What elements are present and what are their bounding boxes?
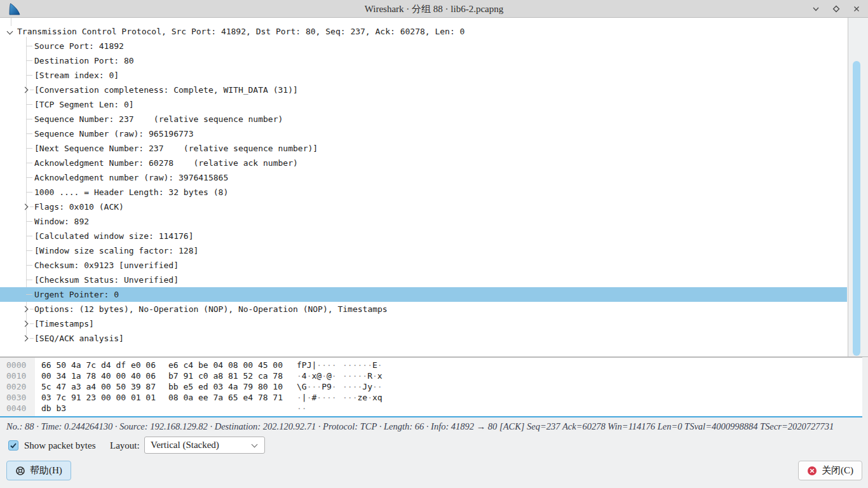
tree-branch-tick (26, 294, 32, 295)
packet-summary-line: No.: 88 · Time: 0.244264130 · Source: 19… (0, 417, 868, 436)
hex-row[interactable]: 0000 66 50 4a 7c d4 df e0 06 e6 c4 be 04… (0, 360, 862, 370)
packet-detail-tree: Transmission Control Protocol, Src Port:… (0, 18, 868, 357)
help-button[interactable]: 帮助(H) (6, 461, 71, 480)
hex-offset: 0010 (0, 370, 35, 381)
window-titlebar: Wireshark · 分组 88 · lib6-2.pcapng (0, 0, 868, 18)
tree-row[interactable]: Acknowledgment number (raw): 3976415865 (0, 170, 847, 185)
tree-row[interactable]: [Next Sequence Number: 237 (relative seq… (0, 141, 847, 156)
scrollbar-thumb[interactable] (853, 61, 860, 356)
tree-branch-tick (26, 133, 32, 134)
tree-row-label: 1000 .... = Header Length: 32 bytes (8) (0, 185, 847, 200)
hex-row[interactable]: 0020 5c 47 a3 a4 00 50 39 87 bb e5 ed 03… (0, 381, 862, 392)
tree-row[interactable]: [Window size scaling factor: 128] (0, 243, 847, 258)
tree-row-label: Transmission Control Protocol, Src Port:… (0, 24, 847, 39)
show-packet-bytes-checkbox[interactable] (8, 440, 18, 451)
hex-bytes[interactable]: 08 0a ee 7a 65 e4 78 71 (168, 392, 283, 403)
tree-row[interactable]: 1000 .... = Header Length: 32 bytes (8) (0, 185, 847, 200)
tree-row[interactable]: Transmission Control Protocol, Src Port:… (0, 24, 847, 39)
tree-row-label: Source Port: 41892 (0, 39, 847, 53)
tree-row[interactable]: Checksum: 0x9123 [unverified] (0, 258, 847, 273)
tree-row[interactable]: Window: 892 (0, 214, 847, 229)
packet-bytes-pane: 0000 66 50 4a 7c d4 df e0 06 e6 c4 be 04… (0, 357, 862, 417)
hex-bytes[interactable]: b7 91 c0 a8 81 52 ca 78 (168, 370, 283, 381)
tree-branch-tick (26, 250, 32, 251)
tree-row-label: [Timestamps] (0, 316, 847, 331)
hex-bytes[interactable]: db b3 (41, 403, 156, 414)
close-icon (852, 4, 861, 13)
hex-bytes[interactable]: 03 7c 91 23 00 00 01 01 (41, 392, 156, 403)
tree-row[interactable]: Urgent Pointer: 0 (0, 287, 847, 302)
tree-row-label: [Checksum Status: Unverified] (0, 273, 847, 287)
help-icon (15, 466, 25, 476)
hex-ascii[interactable]: fPJ|···· (297, 360, 337, 370)
tree-row[interactable]: Destination Port: 80 (0, 53, 847, 68)
tree-row-label: [Stream index: 0] (0, 68, 847, 83)
tree-row-label: [Next Sequence Number: 237 (relative seq… (0, 141, 847, 156)
hex-bytes[interactable]: 66 50 4a 7c d4 df e0 06 (41, 360, 156, 370)
tree-branch-tick (26, 177, 32, 178)
tree-row[interactable]: Sequence Number (raw): 965196773 (0, 126, 847, 141)
hex-ascii[interactable]: \G···P9· (297, 381, 337, 392)
hex-ascii[interactable]: ·····R·x (342, 370, 383, 381)
tree-row[interactable]: Source Port: 41892 (0, 39, 847, 53)
tree-row[interactable]: Flags: 0x010 (ACK) (0, 200, 847, 214)
tree-branch-tick (30, 207, 34, 207)
tree-row[interactable]: Sequence Number: 237 (relative sequence … (0, 112, 847, 126)
tree-branch-tick (26, 236, 32, 236)
tree-row-label: Sequence Number (raw): 965196773 (0, 126, 847, 141)
show-packet-bytes-label: Show packet bytes (24, 436, 95, 455)
tree-row-label: Sequence Number: 237 (relative sequence … (0, 112, 847, 126)
tree-row[interactable]: Acknowledgment Number: 60278 (relative a… (0, 156, 847, 170)
tree-branch-tick (30, 338, 34, 339)
layout-select[interactable]: Vertical (Stacked) (144, 437, 265, 454)
hex-offset: 0020 (0, 381, 35, 392)
hex-offset: 0030 (0, 392, 35, 403)
maximize-button[interactable] (831, 4, 841, 14)
tree-branch-tick (26, 280, 32, 280)
tree-branch-tick (30, 90, 34, 90)
hex-ascii[interactable]: ····Jy·· (342, 381, 383, 392)
tree-row[interactable]: Options: (12 bytes), No-Operation (NOP),… (0, 302, 847, 316)
tree-row[interactable]: [Checksum Status: Unverified] (0, 273, 847, 287)
vertical-scrollbar[interactable] (848, 18, 868, 356)
tree-row[interactable]: [Conversation completeness: Complete, WI… (0, 83, 847, 97)
close-dialog-button[interactable]: 关闭(C) (798, 461, 862, 480)
hex-row[interactable]: 0030 03 7c 91 23 00 00 01 01 08 0a ee 7a… (0, 392, 862, 403)
diamond-icon (832, 4, 841, 13)
hex-bytes[interactable] (168, 403, 283, 414)
hex-bytes[interactable]: 5c 47 a3 a4 00 50 39 87 (41, 381, 156, 392)
hex-ascii[interactable]: ·· (297, 403, 337, 414)
layout-select-value: Vertical (Stacked) (151, 437, 219, 453)
red-close-icon (807, 466, 817, 476)
close-button-label: 关闭(C) (822, 464, 853, 477)
tree-branch-tick (26, 46, 32, 46)
tree-row[interactable]: [Stream index: 0] (0, 68, 847, 83)
close-window-button[interactable] (851, 4, 862, 14)
tree-branch-tick (26, 192, 32, 193)
hex-ascii[interactable]: ······E· (342, 360, 383, 370)
tree-branch-tick (26, 104, 32, 105)
hex-ascii[interactable]: ···ze·xq (342, 392, 383, 403)
hex-bytes[interactable]: e6 c4 be 04 08 00 45 00 (168, 360, 283, 370)
layout-label: Layout: (110, 436, 140, 455)
minimize-button[interactable] (811, 4, 821, 14)
tree-row-label: [TCP Segment Len: 0] (0, 97, 847, 112)
hex-row[interactable]: 0040 db b3 ·· (0, 403, 862, 414)
tree-branch-tick (30, 323, 34, 324)
chevron-down-icon (252, 442, 258, 448)
hex-row[interactable]: 0010 00 34 1a 78 40 00 40 06 b7 91 c0 a8… (0, 370, 862, 381)
tree-row[interactable]: [SEQ/ACK analysis] (0, 331, 847, 346)
hex-ascii[interactable]: ·4·x@·@· (297, 370, 337, 381)
tree-row[interactable]: [Timestamps] (0, 316, 847, 331)
tree-row-label: Options: (12 bytes), No-Operation (NOP),… (0, 302, 847, 316)
hex-bytes[interactable]: 00 34 1a 78 40 00 40 06 (41, 370, 156, 381)
tree-row-label: Flags: 0x010 (ACK) (0, 200, 847, 214)
tree-row[interactable]: [Calculated window size: 114176] (0, 229, 847, 243)
tree-row[interactable]: [TCP Segment Len: 0] (0, 97, 847, 112)
help-button-label: 帮助(H) (30, 464, 62, 477)
hex-ascii[interactable]: ·|·#···· (297, 392, 337, 403)
hex-bytes[interactable]: bb e5 ed 03 4a 79 80 10 (168, 381, 283, 392)
tree-branch-tick (30, 309, 34, 309)
tree-row-label: [SEQ/ACK analysis] (0, 331, 847, 346)
tree-branch-tick (26, 60, 32, 61)
